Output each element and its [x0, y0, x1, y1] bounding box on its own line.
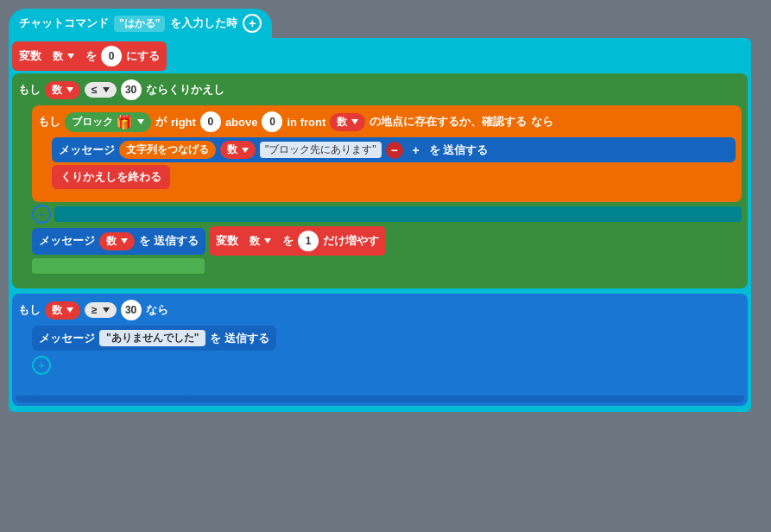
- plus-row-1: +: [32, 205, 742, 224]
- if-block-outer: もし ブロック 🎁 が right 0 above 0: [32, 105, 742, 202]
- above-text: above: [225, 116, 258, 129]
- loop-label: もし: [18, 82, 41, 98]
- plus-btn-msg[interactable]: +: [408, 142, 425, 159]
- msg1-str: "ブロック先にあります": [260, 142, 382, 158]
- msg3-str: "ありませんでした": [99, 330, 205, 346]
- inc-var-arrow: [264, 238, 271, 244]
- blue-bar-if2: [32, 377, 187, 393]
- wo-text: を: [85, 48, 97, 64]
- val-bubble-1[interactable]: 0: [101, 46, 122, 66]
- inc-end: だけ増やす: [323, 233, 379, 249]
- if2-header: もし 数 ≥ 30 なら: [16, 297, 744, 323]
- msg2-label: メッセージ: [39, 233, 95, 249]
- loop-inner: もし ブロック 🎁 が right 0 above 0: [29, 103, 744, 278]
- msg3-label: メッセージ: [39, 331, 95, 346]
- loop-header: もし 数 ≤ 30 ならくりかえし: [16, 77, 744, 103]
- hat-prefix: チャットコマンド: [19, 16, 109, 31]
- block-emoji: 🎁: [116, 114, 133, 130]
- msg1-send: を 送信する: [429, 142, 489, 158]
- val2-bubble[interactable]: 0: [262, 111, 282, 132]
- if-block-header: もし ブロック 🎁 が right 0 above 0: [35, 109, 738, 135]
- if2-label: もし: [18, 302, 41, 318]
- loop-end-label: ならくりかえし: [146, 82, 224, 98]
- message-block-2: メッセージ 数 を 送信する: [32, 228, 205, 255]
- var-pill-1[interactable]: 数: [46, 48, 81, 66]
- if2-op-pill[interactable]: ≥: [85, 302, 117, 318]
- set-var-block: 変数 数 を 0 にする: [12, 41, 167, 71]
- green-bar-loop: [32, 258, 205, 274]
- message-block-3: メッセージ "ありませんでした" を 送信する: [32, 326, 276, 351]
- loop-dropdown-arrow: [66, 87, 73, 92]
- loop-op-arrow: [103, 87, 110, 92]
- concat-pill[interactable]: 文字列をつなげる: [119, 141, 216, 159]
- inner-plus-btn[interactable]: +: [32, 205, 51, 224]
- block-dropdown-arrow: [137, 119, 144, 124]
- ga-text: が: [155, 114, 167, 130]
- if2-var-pill[interactable]: 数: [45, 301, 80, 320]
- plus-row-2: +: [32, 356, 742, 375]
- nisuru-text: にする: [126, 48, 160, 64]
- msg3-send: を 送信する: [210, 331, 269, 346]
- infront-text: in front: [287, 116, 325, 129]
- inc-label: 変数: [216, 233, 238, 249]
- nara-text: なら: [531, 114, 553, 130]
- loop-val-bubble[interactable]: 30: [121, 79, 142, 100]
- val1-bubble[interactable]: 0: [200, 111, 221, 132]
- if-var-arrow: [351, 119, 358, 124]
- loop-end-text: くりかえしを終わる: [60, 169, 161, 185]
- hat-block: チャットコマンド "はかる" を入力した時 +: [9, 9, 272, 38]
- hat-plus-btn[interactable]: +: [243, 14, 262, 33]
- if2-bottom-cap: [16, 396, 744, 402]
- block-canvas: チャットコマンド "はかる" を入力した時 + 変数 数 を 0 にする もし: [9, 9, 751, 412]
- msg2-var-pill[interactable]: 数: [99, 232, 135, 250]
- if-var-pill[interactable]: 数: [330, 113, 365, 131]
- increment-block: 変数 数 を 1 だけ増やす: [209, 226, 386, 256]
- msg2-send: を 送信する: [139, 233, 199, 249]
- loop-outer: もし 数 ≤ 30 ならくりかえし もし: [12, 73, 748, 288]
- teal-bar-1: [54, 206, 742, 222]
- if2-end: なら: [146, 302, 168, 318]
- message-block-1: メッセージ 文字列をつなげる 数 "ブロック先にあります" − + を: [52, 137, 736, 162]
- msg2-var-arrow: [121, 238, 128, 244]
- inc-var-pill[interactable]: 数: [243, 232, 278, 250]
- msg1-var-pill[interactable]: 数: [220, 141, 256, 159]
- loop-end-block: くりかえしを終わる: [52, 165, 170, 189]
- set-var-label: 変数: [19, 48, 41, 64]
- msg1-label: メッセージ: [59, 142, 115, 158]
- if2-val-bubble[interactable]: 30: [121, 300, 142, 320]
- if2-var-arrow: [66, 307, 73, 313]
- suffix-text: の地点に存在するか、確認する: [370, 114, 527, 130]
- if-bottom-cap: [35, 193, 738, 199]
- if2-inner: メッセージ "ありませんでした" を 送信する +: [29, 323, 744, 396]
- block-pill[interactable]: ブロック 🎁: [65, 112, 151, 132]
- loop-op-pill[interactable]: ≤: [85, 82, 117, 98]
- if-label: もし: [38, 114, 60, 130]
- inc-op: を: [282, 233, 294, 249]
- msg1-var-arrow: [242, 148, 249, 153]
- if2-outer: もし 数 ≥ 30 なら メッセージ "ありませんでした": [12, 294, 748, 406]
- loop-bottom-cap: [16, 278, 744, 285]
- if-inner: メッセージ 文字列をつなげる 数 "ブロック先にあります" − + を: [49, 135, 738, 192]
- dropdown-arrow: [67, 54, 74, 59]
- hat-suffix: を入力した時: [170, 16, 237, 31]
- minus-btn[interactable]: −: [386, 142, 403, 159]
- inc-val-bubble[interactable]: 1: [298, 231, 319, 251]
- if2-plus-btn[interactable]: +: [32, 356, 51, 375]
- hat-command: "はかる": [114, 16, 165, 32]
- main-cyan-container: 変数 数 を 0 にする もし 数 ≤: [9, 38, 751, 412]
- if2-op-arrow: [103, 307, 110, 313]
- dir-text: right: [171, 116, 196, 129]
- loop-var-pill[interactable]: 数: [45, 81, 80, 99]
